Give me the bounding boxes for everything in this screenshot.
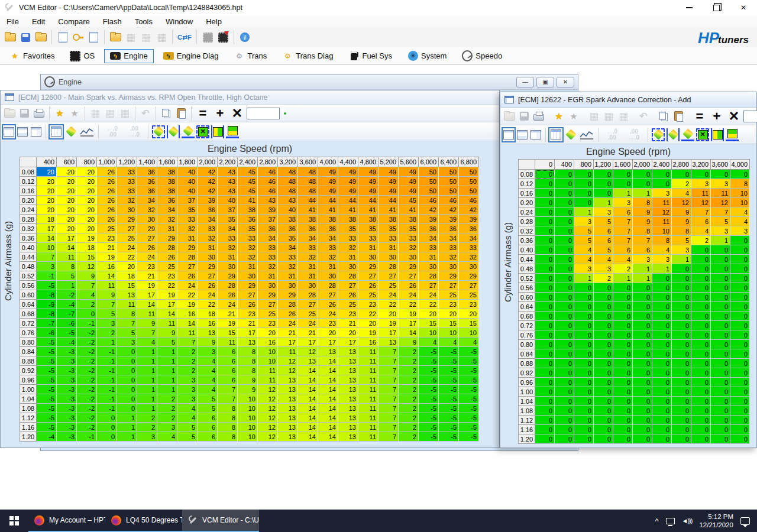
column-header[interactable]: 1,200: [594, 160, 613, 170]
table-cell[interactable]: 29: [358, 262, 378, 271]
table-cell[interactable]: 0: [613, 302, 633, 312]
table-cell[interactable]: 0: [594, 170, 613, 179]
table-cell[interactable]: 14: [37, 233, 57, 243]
table-cell[interactable]: 25: [157, 262, 177, 271]
table-cell[interactable]: 42: [419, 205, 439, 215]
table-cell[interactable]: 31: [177, 233, 198, 243]
table-cell[interactable]: 0: [555, 245, 574, 255]
table-cell[interactable]: 0: [535, 283, 555, 293]
table-cell[interactable]: 26: [318, 300, 338, 309]
table-cell[interactable]: 20: [57, 167, 77, 177]
row-header[interactable]: 0.68: [20, 309, 37, 319]
table-cell[interactable]: 0: [594, 189, 613, 198]
table-cell[interactable]: 48: [298, 177, 318, 186]
table-cell[interactable]: 0: [574, 406, 594, 416]
table-cell[interactable]: 0: [711, 349, 730, 359]
table-cell[interactable]: -5: [439, 413, 459, 423]
table-cell[interactable]: 2: [157, 394, 177, 404]
table-cell[interactable]: 24: [399, 290, 419, 300]
table-cell[interactable]: 0: [555, 255, 574, 264]
table-cell[interactable]: 4: [419, 338, 439, 347]
table-cell[interactable]: 0: [535, 236, 555, 245]
nav-engine-diag[interactable]: Engine Diag: [157, 49, 225, 63]
table-cell[interactable]: 26: [338, 290, 358, 300]
table-cell[interactable]: 8: [238, 356, 258, 366]
vehicle-info-icon[interactable]: [238, 31, 251, 44]
table-cell[interactable]: 0: [574, 387, 594, 397]
table-cell[interactable]: 11: [117, 300, 137, 309]
table-cell[interactable]: -5: [419, 404, 439, 413]
table-cell[interactable]: 0: [633, 283, 652, 293]
table-cell[interactable]: 11: [358, 366, 378, 375]
table-cell[interactable]: 0: [574, 434, 594, 444]
table-cell[interactable]: 0: [711, 293, 730, 302]
table-cell[interactable]: 0: [535, 245, 555, 255]
table-cell[interactable]: -5: [459, 404, 479, 413]
table-cell[interactable]: 48: [278, 186, 298, 196]
table-cell[interactable]: 45: [399, 196, 419, 205]
table-cell[interactable]: 2: [399, 394, 419, 404]
table-cell[interactable]: 9: [238, 385, 258, 394]
row-header[interactable]: 0.12: [20, 177, 37, 186]
table-cell[interactable]: 0: [633, 406, 652, 416]
table-cell[interactable]: 13: [378, 338, 399, 347]
table-cell[interactable]: 0: [117, 366, 137, 375]
close-file-icon[interactable]: [34, 31, 47, 44]
table-cell[interactable]: 32: [238, 243, 258, 252]
table-cell[interactable]: 0: [730, 416, 750, 425]
table-cell[interactable]: 7: [378, 375, 399, 385]
table-cell[interactable]: 0: [730, 425, 750, 434]
table-cell[interactable]: 35: [238, 224, 258, 233]
table-cell[interactable]: 0: [613, 349, 633, 359]
table-cell[interactable]: 20: [57, 177, 77, 186]
table-cell[interactable]: 4: [177, 404, 198, 413]
table-cell[interactable]: 0: [652, 359, 672, 368]
row-header[interactable]: 0.88: [20, 356, 37, 366]
table-cell[interactable]: 2: [137, 423, 157, 432]
table-cell[interactable]: 36: [258, 224, 278, 233]
table-cell[interactable]: 21: [278, 328, 298, 338]
table-cell[interactable]: 28: [298, 290, 318, 300]
table-cell[interactable]: 33: [399, 233, 419, 243]
row-header[interactable]: 0.52: [519, 274, 535, 283]
table-cell[interactable]: 26: [97, 215, 117, 224]
table-cell[interactable]: 4: [574, 245, 594, 255]
table-cell[interactable]: 49: [378, 167, 399, 177]
table-cell[interactable]: 0: [711, 416, 730, 425]
table-cell[interactable]: 8: [218, 423, 238, 432]
table-cell[interactable]: 42: [459, 205, 479, 215]
value-input[interactable]: [743, 111, 757, 122]
table-cell[interactable]: 0: [672, 283, 691, 293]
table-cell[interactable]: 13: [298, 356, 318, 366]
table-cell[interactable]: 24: [318, 309, 338, 319]
table-cell[interactable]: 1: [157, 366, 177, 375]
table-cell[interactable]: 50: [419, 167, 439, 177]
table-cell[interactable]: 20: [37, 196, 57, 205]
table-cell[interactable]: 0: [633, 340, 652, 349]
menu-help[interactable]: Help: [199, 15, 228, 27]
column-header[interactable]: 6,800: [459, 157, 479, 167]
table-cell[interactable]: 14: [157, 309, 177, 319]
row-header[interactable]: 0.36: [20, 233, 37, 243]
table-cell[interactable]: 26: [137, 243, 157, 252]
table-cell[interactable]: 4: [730, 217, 750, 226]
multiply-value-icon[interactable]: ✕: [229, 107, 245, 120]
table-cell[interactable]: -5: [459, 366, 479, 375]
table-cell[interactable]: 10: [238, 394, 258, 404]
table-cell[interactable]: 0: [730, 264, 750, 274]
table-cell[interactable]: 3: [652, 189, 672, 198]
table-cell[interactable]: 10: [730, 198, 750, 207]
table-cell[interactable]: 49: [358, 177, 378, 186]
table-cell[interactable]: 30: [298, 281, 318, 290]
table-cell[interactable]: 27: [238, 290, 258, 300]
table-cell[interactable]: 5: [198, 394, 218, 404]
table-cell[interactable]: 32: [399, 243, 419, 252]
table-cell[interactable]: 0: [691, 397, 711, 406]
table-cell[interactable]: 6: [218, 366, 238, 375]
table-cell[interactable]: 38: [157, 177, 177, 186]
row-header[interactable]: 0.08: [519, 170, 535, 179]
table-cell[interactable]: -2: [77, 347, 97, 356]
table-cell[interactable]: 0: [672, 368, 691, 378]
table-cell[interactable]: 0: [613, 283, 633, 293]
table-cell[interactable]: -3: [57, 375, 77, 385]
